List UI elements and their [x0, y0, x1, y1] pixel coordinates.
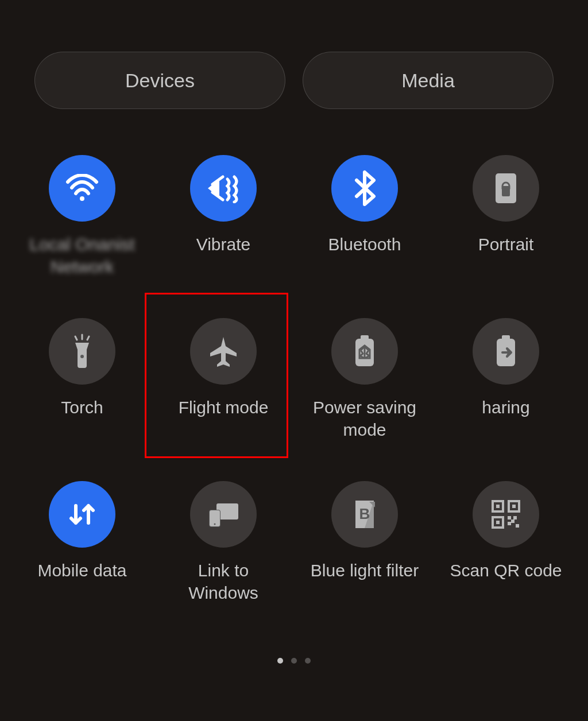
svg-point-3	[80, 355, 84, 358]
scan-qr-label: Scan QR code	[450, 559, 562, 582]
torch-label: Torch	[61, 396, 103, 418]
mobile-data-icon	[49, 481, 115, 548]
tile-wifi[interactable]: Local Onanist Network	[11, 155, 153, 278]
svg-rect-8	[361, 335, 369, 340]
link-windows-label: Link to Windows	[166, 559, 281, 604]
portrait-icon	[473, 155, 539, 222]
wifi-icon	[49, 155, 115, 222]
svg-line-5	[75, 336, 77, 340]
vibrate-icon	[190, 155, 257, 222]
svg-line-6	[87, 336, 89, 340]
svg-rect-10	[502, 335, 510, 340]
airplane-icon	[190, 318, 257, 385]
svg-text:B: B	[359, 505, 370, 522]
pagination-dots	[277, 658, 311, 664]
sharing-label: haring	[482, 396, 529, 418]
svg-rect-27	[511, 520, 514, 523]
tile-portrait[interactable]: Portrait	[435, 155, 577, 278]
mobile-data-label: Mobile data	[37, 559, 126, 582]
tile-bluetooth[interactable]: Bluetooth	[294, 155, 435, 278]
torch-icon	[49, 318, 115, 385]
svg-rect-18	[496, 505, 500, 508]
tile-link-windows[interactable]: Link to Windows	[153, 481, 294, 604]
link-windows-icon	[190, 481, 257, 548]
page-dot-3[interactable]	[305, 658, 311, 664]
svg-rect-22	[496, 521, 500, 524]
tile-flight-mode[interactable]: Flight mode	[153, 318, 294, 441]
tile-mobile-data[interactable]: Mobile data	[11, 481, 153, 604]
tile-blue-light[interactable]: B Blue light filter	[294, 481, 435, 604]
media-button[interactable]: Media	[303, 52, 554, 109]
blue-light-icon: B	[331, 481, 398, 548]
bluetooth-icon	[331, 155, 398, 222]
bluetooth-label: Bluetooth	[328, 233, 401, 255]
tile-sharing[interactable]: haring	[435, 318, 577, 441]
devices-label: Devices	[125, 69, 195, 92]
sharing-icon	[473, 318, 539, 385]
power-saving-icon	[331, 318, 398, 385]
svg-point-15	[214, 524, 216, 525]
qr-code-icon	[473, 481, 539, 548]
svg-rect-26	[516, 524, 519, 528]
vibrate-label: Vibrate	[196, 233, 251, 255]
quick-settings-grid: Local Onanist Network Vibrate Bluetooth	[0, 132, 588, 604]
power-saving-label: Power saving mode	[307, 396, 422, 441]
top-buttons-row: Devices Media	[0, 0, 588, 132]
tile-scan-qr[interactable]: Scan QR code	[435, 481, 577, 604]
svg-rect-23	[508, 516, 511, 520]
tile-torch[interactable]: Torch	[11, 318, 153, 441]
svg-rect-25	[508, 522, 511, 525]
portrait-label: Portrait	[478, 233, 534, 255]
svg-rect-20	[512, 505, 516, 508]
blue-light-label: Blue light filter	[311, 559, 419, 582]
media-label: Media	[401, 69, 455, 92]
svg-rect-24	[513, 516, 517, 520]
page-dot-1[interactable]	[277, 658, 283, 664]
page-dot-2[interactable]	[291, 658, 297, 664]
tile-power-saving[interactable]: Power saving mode	[294, 318, 435, 441]
tile-vibrate[interactable]: Vibrate	[153, 155, 294, 278]
wifi-label: Local Onanist Network	[25, 233, 140, 278]
svg-point-0	[80, 196, 84, 201]
flight-mode-label: Flight mode	[179, 396, 269, 418]
devices-button[interactable]: Devices	[34, 52, 285, 109]
